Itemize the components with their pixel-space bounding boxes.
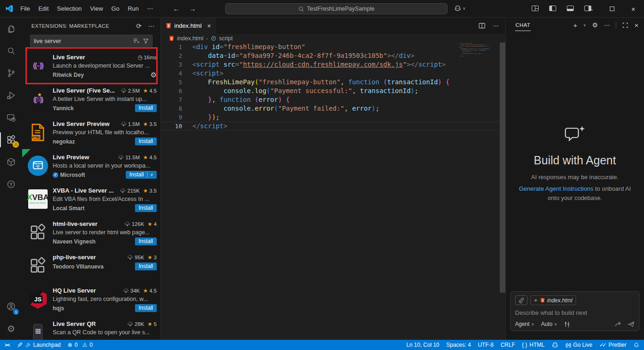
prettier-item[interactable]: ✓✓Prettier [599, 342, 626, 348]
containers-icon[interactable] [0, 151, 22, 173]
menu-view[interactable]: View [86, 0, 107, 18]
code-line-5[interactable]: 5 FreshLimePay("freshlimepay-button", fu… [161, 78, 500, 87]
install-button[interactable]: Install [135, 304, 157, 312]
explorer-icon[interactable] [0, 18, 22, 40]
extension-item-php-live-server[interactable]: php-live-server95K★3Teodoro VIllanuevaIn… [22, 249, 160, 282]
editor-scrollbar[interactable] [500, 43, 505, 293]
code-line-6[interactable]: 6 console.log("Payment successful:", tra… [161, 87, 500, 95]
copilot-menu-button[interactable]: ∨ [454, 5, 466, 12]
go-live-item[interactable]: ((•))Go Live [565, 342, 592, 348]
chat-settings-icon[interactable]: ⚙ [592, 21, 598, 29]
install-dropdown-icon[interactable]: ∨ [150, 173, 153, 177]
extension-item-xvba-live-server[interactable]: XVBAExcel Live ServerXVBA - Live Server … [22, 182, 160, 216]
remote-indicator[interactable]: >< [5, 342, 10, 348]
context-chip-index-html[interactable]: + 5 index.html [530, 295, 576, 305]
customize-layout-icon[interactable] [532, 6, 539, 11]
tab-index-html[interactable]: 5 index.html × [161, 18, 216, 34]
command-center-search[interactable]: TestFreshLimePaySample [225, 3, 448, 14]
indentation-item[interactable]: Spaces: 4 [446, 342, 471, 348]
launchpad-item[interactable]: Launchpad [17, 342, 61, 348]
toggle-panel-icon[interactable] [567, 6, 574, 11]
new-chat-icon[interactable]: + [573, 21, 577, 29]
extension-item-live-preview[interactable]: Live Preview11.5M★4.5Hosts a local serve… [22, 149, 160, 182]
extension-item-live-server-qr[interactable]: Live Server QR28K★5Scan a QR Code to ope… [22, 316, 160, 340]
split-editor-icon[interactable] [478, 22, 485, 29]
install-button[interactable]: Install [135, 262, 157, 270]
language-mode-item[interactable]: { }HTML [522, 342, 545, 348]
install-button[interactable]: Install [135, 104, 157, 112]
run-debug-icon[interactable] [0, 84, 22, 106]
extension-item-live-server-preview[interactable]: HTMLLive Server Preview1.5M★3.5Preview y… [22, 116, 160, 149]
code-line-2[interactable]: 2 data-id="af9aa997-246b-4ca2-8f7f-9a195… [161, 51, 500, 60]
menu-edit[interactable]: Edit [34, 0, 53, 18]
code-editor[interactable]: 1<div id="freshlimepay-button"2 data-id=… [161, 43, 505, 340]
extension-item-hq-live-server[interactable]: JSHQ Live Server34K★4.5Lightning fast, z… [22, 282, 160, 316]
accounts-icon[interactable]: 1 [0, 295, 22, 318]
code-line-4[interactable]: 4<script> [161, 69, 500, 78]
install-button[interactable]: Install [135, 238, 157, 245]
code-line-10[interactable]: 10</script> [161, 122, 500, 131]
menu-[interactable]: ⋯ [143, 0, 157, 18]
menu-run[interactable]: Run [123, 0, 143, 18]
nav-forward-icon[interactable]: → [189, 5, 196, 12]
install-button[interactable]: Install [135, 138, 157, 145]
code-line-10[interactable]: 10</script> [459, 55, 499, 56]
clear-all-icon[interactable] [133, 38, 140, 44]
settings-gear-icon[interactable]: ⚙ [0, 318, 22, 340]
code-line-3[interactable]: 3<script src="https://cloud-cdn.freshlim… [161, 60, 500, 69]
install-button[interactable]: Install∨ [126, 171, 157, 179]
window-maximize-button[interactable] [601, 0, 623, 18]
maximize-panel-icon[interactable] [622, 22, 628, 28]
source-control-icon[interactable] [0, 62, 22, 84]
code-line-1[interactable]: 1<div id="freshlimepay-button" [161, 43, 500, 51]
extensions-icon[interactable]: ⚠ [0, 129, 22, 151]
chat-input-placeholder[interactable]: Describe what to build next [515, 309, 635, 316]
generate-agent-instructions-link[interactable]: Generate Agent Instructions [519, 185, 593, 192]
install-button[interactable]: Install [135, 204, 157, 212]
tab-chat[interactable]: CHAT [515, 19, 531, 31]
extension-item-live-server-five-se[interactable]: ((5))★Live Server (Five Se...2.5M★4.5A b… [22, 82, 160, 116]
editor-more-actions-icon[interactable]: ⋯ [493, 22, 499, 29]
insights-icon[interactable] [0, 173, 22, 195]
send-icon[interactable] [628, 321, 635, 327]
attach-context-button[interactable] [515, 295, 527, 305]
window-minimize-button[interactable]: – [580, 0, 601, 18]
menu-go[interactable]: Go [107, 0, 123, 18]
encoding-item[interactable]: UTF-8 [478, 342, 494, 348]
configure-tools-icon[interactable] [564, 321, 570, 327]
extensions-search-input[interactable]: live server [30, 35, 153, 47]
chat-input-box[interactable]: + 5 index.html Describe what to build ne… [510, 291, 639, 331]
model-picker[interactable]: Auto∨ [541, 321, 557, 327]
voice-redo-icon[interactable] [615, 321, 622, 327]
search-sidebar-icon[interactable] [0, 40, 22, 62]
code-line-8[interactable]: 8 console.error("Payment failed:", error… [161, 104, 500, 113]
minimap[interactable]: 1<div id="freshlimepay-button"2 data-id=… [459, 43, 499, 69]
new-chat-dropdown-icon[interactable]: ∨ [583, 23, 586, 27]
remote-explorer-icon[interactable] [0, 106, 22, 129]
eol-item[interactable]: CRLF [501, 342, 515, 348]
breadcrumb-symbol[interactable]: script [219, 35, 233, 42]
more-actions-icon[interactable]: ⋯ [148, 22, 155, 30]
code-line-7[interactable]: 7 }, function (error) { [161, 95, 500, 104]
chat-more-actions-icon[interactable]: ⋯ [604, 22, 610, 29]
menu-selection[interactable]: Selection [53, 0, 86, 18]
extension-item-html-live-server[interactable]: html-live-server126K★4Live server to ren… [22, 216, 160, 249]
agent-mode-picker[interactable]: Agent∨ [515, 321, 534, 327]
refresh-icon[interactable]: ⟳ [136, 22, 141, 30]
window-close-button[interactable]: × [623, 0, 644, 18]
toggle-primary-sidebar-icon[interactable] [549, 6, 556, 11]
cursor-position-item[interactable]: Ln 10, Col 10 [406, 342, 439, 348]
extension-manage-gear-icon[interactable]: ⚙ [151, 71, 157, 79]
filter-icon[interactable] [143, 38, 149, 44]
copilot-status-icon[interactable] [552, 342, 558, 349]
problems-item[interactable]: ⊗0 ⚠0 [67, 342, 92, 348]
nav-back-icon[interactable]: ← [173, 5, 180, 12]
menu-file[interactable]: File [16, 0, 34, 18]
notifications-bell-icon[interactable] [633, 342, 639, 348]
code-line-9[interactable]: 9 }); [161, 113, 500, 122]
breadcrumb-file[interactable]: index.html [177, 35, 203, 42]
close-panel-icon[interactable]: × [634, 21, 638, 29]
breadcrumb[interactable]: 5 index.html › script [161, 34, 505, 43]
tab-close-icon[interactable]: × [207, 22, 211, 30]
extension-item-live-server[interactable]: ((●))Live Server◷16msLaunch a developmen… [22, 49, 160, 82]
